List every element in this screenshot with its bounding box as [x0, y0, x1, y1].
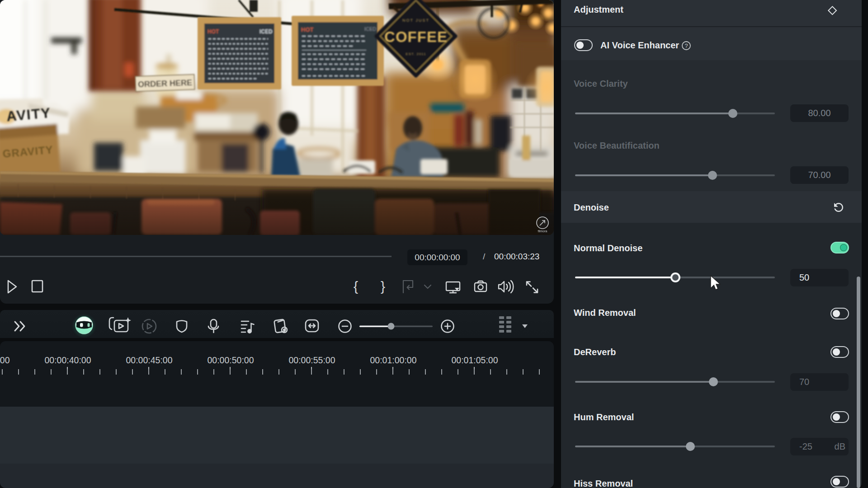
svg-text:ICED: ICED [259, 28, 273, 35]
svg-text:EST. 2011: EST. 2011 [406, 52, 426, 56]
svg-text:COFFEE: COFFEE [384, 28, 448, 45]
svg-text:ICED: ICED [364, 26, 376, 32]
svg-text:NOT JUST: NOT JUST [402, 18, 429, 23]
svg-text:ORDER HERE: ORDER HERE [138, 78, 193, 89]
svg-text:{: { [354, 279, 358, 294]
svg-text:filmora: filmora [538, 230, 547, 233]
svg-text:HOT: HOT [301, 26, 314, 33]
svg-text:}: } [381, 279, 385, 294]
svg-text:?: ? [684, 42, 688, 49]
svg-text:HOT: HOT [208, 28, 219, 35]
